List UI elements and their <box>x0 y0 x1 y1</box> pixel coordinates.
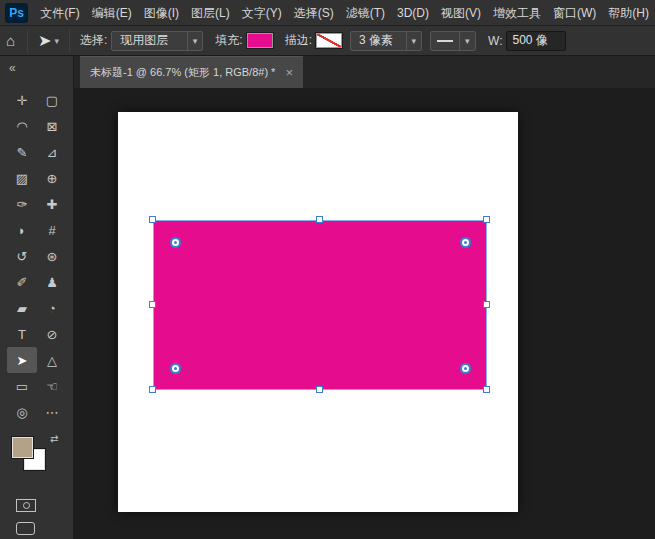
menu-view[interactable]: 视图(V) <box>435 0 487 26</box>
stroke-type-dropdown[interactable]: ▾ <box>430 31 476 51</box>
menu-layer[interactable]: 图层(L) <box>185 0 236 26</box>
quick-mask-icon[interactable] <box>16 499 36 512</box>
healing-brush-tool[interactable]: ✚ <box>37 191 67 217</box>
transform-handle-bottom-center[interactable] <box>316 386 323 393</box>
frame-tool[interactable]: ⊠ <box>37 113 67 139</box>
chevron-down-icon: ▾ <box>406 32 422 50</box>
rectangle-shape[interactable] <box>153 220 487 390</box>
mask-circle <box>23 502 30 509</box>
document-canvas <box>118 112 518 512</box>
anchor-dot <box>464 241 467 244</box>
transform-handle-bottom-right[interactable] <box>483 386 490 393</box>
quick-selection-tool[interactable]: ✎ <box>7 139 37 165</box>
anchor-dot <box>464 367 467 370</box>
marquee-tool[interactable]: ▢ <box>37 87 67 113</box>
menu-bar: Ps 文件(F) 编辑(E) 图像(I) 图层(L) 文字(Y) 选择(S) 滤… <box>0 0 655 26</box>
move-tool[interactable]: ✛ <box>7 87 37 113</box>
edit-toolbar-button[interactable]: ⋯ <box>37 399 67 425</box>
transform-handle-top-left[interactable] <box>149 216 156 223</box>
transform-handle-top-right[interactable] <box>483 216 490 223</box>
eyedropper-tool[interactable]: ✑ <box>7 191 37 217</box>
stroke-width-value: 3 像素 <box>351 32 405 49</box>
stroke-label: 描边: <box>285 32 312 49</box>
corner-radius-anchor-top-right[interactable] <box>460 237 471 248</box>
select-mode-label: 选择: <box>80 32 107 49</box>
crop-tool[interactable]: # <box>37 217 67 243</box>
blur-tool[interactable]: ◗ <box>7 217 37 243</box>
select-mode-value: 现用图层 <box>112 32 186 49</box>
divider <box>69 30 70 52</box>
photoshop-logo: Ps <box>5 3 28 23</box>
clone-stamp-tool[interactable]: ♟ <box>37 269 67 295</box>
swap-colors-icon[interactable]: ⇄ <box>50 433 58 444</box>
solid-line-icon <box>437 40 453 42</box>
menu-help[interactable]: 帮助(H) <box>602 0 655 26</box>
document-tab[interactable]: 未标题-1 @ 66.7% (矩形 1, RGB/8#) * × <box>80 56 303 88</box>
ruler-tool[interactable]: ⊿ <box>37 139 67 165</box>
collapse-panel-button[interactable]: « <box>0 56 73 77</box>
menu-window[interactable]: 窗口(W) <box>547 0 602 26</box>
pen-tool[interactable]: ⊘ <box>37 321 67 347</box>
chevron-down-icon: ▾ <box>54 36 59 46</box>
corner-radius-anchor-bottom-right[interactable] <box>460 363 471 374</box>
transform-handle-middle-left[interactable] <box>149 301 156 308</box>
foreground-color-swatch[interactable] <box>12 437 33 458</box>
corner-radius-anchor-bottom-left[interactable] <box>170 363 181 374</box>
width-input[interactable] <box>506 31 566 51</box>
color-swatches: ⇄ <box>12 435 62 477</box>
screen-mode-icon[interactable] <box>16 522 35 535</box>
transform-handle-middle-right[interactable] <box>483 301 490 308</box>
menu-select[interactable]: 选择(S) <box>288 0 340 26</box>
brush-tool[interactable]: ✐ <box>7 269 37 295</box>
path-selection-tool[interactable]: ➤ <box>7 347 37 373</box>
zoom-tool[interactable]: ◎ <box>7 399 37 425</box>
options-bar: ⌂ ➤ ▾ 选择: 现用图层 ▾ 填充: 描边: 3 像素 ▾ ▾ W: <box>0 26 655 56</box>
menu-type[interactable]: 文字(Y) <box>236 0 288 26</box>
menu-plugins[interactable]: 增效工具 <box>487 0 547 26</box>
history-brush-tool[interactable]: ↺ <box>7 243 37 269</box>
tool-grid: ✛ ▢ ◠ ⊠ ✎ ⊿ ▨ ⊕ ✑ ✚ ◗ # ↺ ⊛ ✐ ♟ ▰ ◔ T ⊘ … <box>7 87 67 425</box>
gradient-tool[interactable]: ▨ <box>7 165 37 191</box>
type-tool[interactable]: T <box>7 321 37 347</box>
menu-file[interactable]: 文件(F) <box>34 0 85 26</box>
lasso-tool[interactable]: ◠ <box>7 113 37 139</box>
patch-tool[interactable]: ⊛ <box>37 243 67 269</box>
stroke-width-dropdown[interactable]: 3 像素 ▾ <box>350 31 422 51</box>
stroke-color-swatch[interactable] <box>316 33 342 48</box>
menu-list: 文件(F) 编辑(E) 图像(I) 图层(L) 文字(Y) 选择(S) 滤镜(T… <box>34 0 655 25</box>
canvas-area <box>74 88 655 539</box>
width-label: W: <box>488 34 502 48</box>
eraser-tool[interactable]: ▰ <box>7 295 37 321</box>
document-tab-bar: 未标题-1 @ 66.7% (矩形 1, RGB/8#) * × <box>74 56 655 88</box>
clone-source-tool[interactable]: ⊕ <box>37 165 67 191</box>
menu-edit[interactable]: 编辑(E) <box>86 0 138 26</box>
divider <box>27 30 28 52</box>
menu-filter[interactable]: 滤镜(T) <box>340 0 391 26</box>
tool-preset-dropdown[interactable]: ➤ ▾ <box>34 31 63 50</box>
transform-handle-top-center[interactable] <box>316 216 323 223</box>
current-tool-icon: ➤ <box>38 31 51 50</box>
fill-label: 填充: <box>215 32 242 49</box>
home-icon[interactable]: ⌂ <box>0 32 21 49</box>
transform-handle-bottom-left[interactable] <box>149 386 156 393</box>
tools-panel: « ✛ ▢ ◠ ⊠ ✎ ⊿ ▨ ⊕ ✑ ✚ ◗ # ↺ ⊛ ✐ ♟ ▰ ◔ T … <box>0 56 74 539</box>
corner-radius-anchor-top-left[interactable] <box>170 237 181 248</box>
dodge-tool[interactable]: ◔ <box>37 295 67 321</box>
menu-image[interactable]: 图像(I) <box>138 0 185 26</box>
fill-color-swatch[interactable] <box>247 33 273 48</box>
hand-tool[interactable]: ☜ <box>37 373 67 399</box>
chevron-down-icon: ▾ <box>187 32 203 50</box>
chevron-down-icon: ▾ <box>459 32 475 50</box>
close-tab-icon[interactable]: × <box>285 65 293 80</box>
select-mode-dropdown[interactable]: 现用图层 ▾ <box>111 31 203 51</box>
menu-3d[interactable]: 3D(D) <box>391 0 435 26</box>
polygon-tool[interactable]: △ <box>37 347 67 373</box>
anchor-dot <box>174 241 177 244</box>
document-tab-title: 未标题-1 @ 66.7% (矩形 1, RGB/8#) * <box>90 65 275 80</box>
rectangle-tool[interactable]: ▭ <box>7 373 37 399</box>
anchor-dot <box>174 367 177 370</box>
